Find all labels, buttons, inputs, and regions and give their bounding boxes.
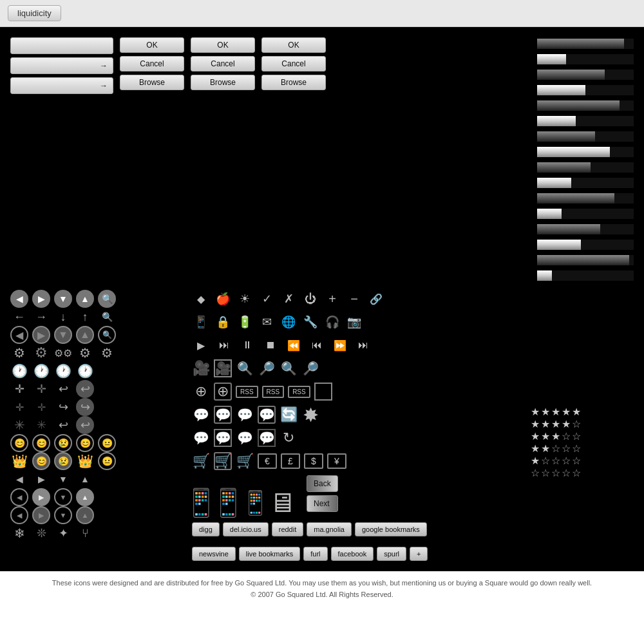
wide-btn-1[interactable] bbox=[10, 37, 113, 54]
ca-right[interactable]: ▶ bbox=[32, 506, 50, 524]
gear-icon-4: ⚙ bbox=[76, 344, 94, 362]
newsvine-button[interactable]: newsvine bbox=[192, 547, 236, 561]
person-icon: ✦ bbox=[54, 524, 72, 542]
circle-arrow-row: ◀ ▶ ▼ ▲ bbox=[10, 506, 184, 524]
play-icon[interactable]: ▶ bbox=[192, 336, 210, 354]
chat-8: 💬 bbox=[258, 429, 276, 447]
chat-2: 💬 bbox=[214, 406, 232, 424]
minus-icon: − bbox=[345, 290, 363, 308]
circle-search-icon[interactable]: 🔍 bbox=[98, 326, 116, 344]
circle-down-icon[interactable]: ▼ bbox=[54, 326, 72, 344]
digg-button[interactable]: digg bbox=[192, 522, 220, 536]
ca-left[interactable]: ◀ bbox=[10, 506, 28, 524]
nav-down-icon[interactable]: ▼ bbox=[54, 290, 72, 308]
star-9: ★ bbox=[562, 418, 571, 430]
rss-badge-2: RSS bbox=[262, 386, 285, 398]
cancel-btn-3[interactable]: Cancel bbox=[261, 56, 326, 71]
mail-icon: ✉ bbox=[258, 313, 276, 331]
skip-prev-icon[interactable]: ⏭ bbox=[354, 336, 372, 354]
footer: These icons were designed and are distri… bbox=[0, 571, 644, 607]
google-bookmarks-button[interactable]: google bookmarks bbox=[355, 522, 427, 536]
sm-down[interactable]: ▼ bbox=[54, 488, 72, 506]
nav-right-icon[interactable]: ▶ bbox=[32, 290, 50, 308]
sm-right-filled[interactable]: ▶ bbox=[32, 488, 50, 506]
loading-icon: ↻ bbox=[279, 429, 298, 447]
undo-icon-1: ↩ bbox=[54, 380, 72, 398]
rss-badge-3: RSS bbox=[288, 386, 310, 398]
snowflake-2-icon: ❊ bbox=[32, 524, 50, 542]
stop-icon[interactable]: ⏹ bbox=[261, 336, 279, 354]
back-button[interactable]: Back bbox=[307, 475, 338, 492]
wide-btn-3[interactable]: → bbox=[10, 77, 113, 94]
prog-bar-9 bbox=[537, 162, 634, 173]
ipod-icon-2: 📱 bbox=[219, 494, 237, 512]
cart-icon-3[interactable]: 🛒 bbox=[236, 452, 254, 470]
browse-btn-3[interactable]: Browse bbox=[261, 75, 326, 90]
crown-smiley: 😊 bbox=[32, 452, 50, 470]
app-title-button[interactable]: liquidicity bbox=[8, 5, 61, 21]
star-empty-12: ☆ bbox=[541, 467, 550, 479]
pause-icon[interactable]: ⏸ bbox=[238, 336, 256, 354]
ok-btn-2[interactable]: OK bbox=[191, 37, 255, 53]
circle-right-icon[interactable]: ▶ bbox=[32, 326, 50, 344]
ok-btn-1[interactable]: OK bbox=[120, 37, 184, 53]
zoom-in-2-icon[interactable]: 🔍 bbox=[279, 359, 298, 377]
clock-icon-3: 🕐 bbox=[54, 362, 72, 380]
magnolia-button[interactable]: ma.gnolia bbox=[307, 522, 352, 536]
ff-icon[interactable]: ⏩ bbox=[331, 336, 349, 354]
cart-icon-2[interactable]: 🛒 bbox=[214, 452, 232, 470]
zoom-out-2-icon[interactable]: 🔎 bbox=[301, 359, 319, 377]
zoom-in-icon[interactable]: 🔍 bbox=[236, 359, 254, 377]
browse-btn-2[interactable]: Browse bbox=[191, 75, 255, 90]
cancel-btn-1[interactable]: Cancel bbox=[120, 56, 184, 71]
nav-left-icon[interactable]: ◀ bbox=[10, 290, 28, 308]
star-13: ★ bbox=[531, 442, 540, 455]
star-14: ★ bbox=[541, 442, 550, 455]
arrow-left-icon: ← bbox=[10, 308, 28, 326]
lock-icon: 🔒 bbox=[214, 313, 232, 331]
right-panel: ◆ 🍎 ☀ ✓ ✗ ⏻ + − 🔗 📱 🔒 🔋 ✉ 🌐 🔧 🎧 📷 bbox=[192, 290, 523, 561]
next-button[interactable]: Next bbox=[307, 495, 338, 512]
star-empty-6: ☆ bbox=[572, 442, 581, 455]
circle-up-icon[interactable]: ▲ bbox=[76, 326, 94, 344]
dollar-icon: $ bbox=[304, 453, 323, 469]
nav-up-icon[interactable]: ▲ bbox=[76, 290, 94, 308]
star-1: ★ bbox=[531, 406, 540, 418]
crown-neutral: 😐 bbox=[98, 452, 116, 470]
furl-button[interactable]: furl bbox=[303, 547, 327, 561]
arrow-right-icon: → bbox=[32, 308, 50, 326]
asterisk-1: ✳ bbox=[10, 416, 28, 434]
reddit-button[interactable]: reddit bbox=[272, 522, 304, 536]
chat-row-2: 💬 💬 💬 💬 ↻ bbox=[192, 429, 523, 447]
spurl-button[interactable]: spurl bbox=[377, 547, 406, 561]
sm-up-filled[interactable]: ▲ bbox=[76, 488, 94, 506]
add-button[interactable]: + bbox=[410, 547, 428, 561]
gear-icon-2: ⚙ bbox=[32, 344, 50, 362]
cancel-btn-2[interactable]: Cancel bbox=[191, 56, 255, 71]
star-empty-1: ☆ bbox=[572, 418, 581, 430]
delicious-button[interactable]: del.icio.us bbox=[223, 522, 269, 536]
refresh-icon[interactable]: 🔄 bbox=[279, 406, 298, 424]
iphone-icon: 📱 bbox=[246, 494, 264, 512]
yen-icon: ¥ bbox=[327, 453, 346, 469]
sm-left[interactable]: ◀ bbox=[10, 488, 28, 506]
browse-btn-1[interactable]: Browse bbox=[120, 75, 184, 90]
wide-btn-2[interactable]: → bbox=[10, 57, 113, 74]
ca-up[interactable]: ▲ bbox=[76, 506, 94, 524]
circle-left-icon[interactable]: ◀ bbox=[10, 326, 28, 344]
rewind-icon[interactable]: ⏪ bbox=[285, 336, 303, 354]
prev-icon[interactable]: ⏮ bbox=[308, 336, 326, 354]
clock-icon-1: 🕐 bbox=[10, 362, 28, 380]
facebook-button[interactable]: facebook bbox=[331, 547, 374, 561]
star-12: ★ bbox=[551, 430, 560, 442]
device-icons-row: 📱 🔒 🔋 ✉ 🌐 🔧 🎧 📷 bbox=[192, 313, 523, 331]
skip-next-icon[interactable]: ⏭ bbox=[215, 336, 233, 354]
cart-icon-1[interactable]: 🛒 bbox=[192, 452, 210, 470]
chat-7: 💬 bbox=[236, 429, 254, 447]
ok-btn-3[interactable]: OK bbox=[261, 37, 326, 53]
search-zoom-icon[interactable]: 🔍 bbox=[98, 290, 116, 308]
zoom-out-icon[interactable]: 🔎 bbox=[258, 359, 276, 377]
live-bookmarks-button[interactable]: live bookmarks bbox=[239, 547, 300, 561]
cross-dotted-2: ✛ bbox=[32, 380, 50, 398]
ca-down[interactable]: ▼ bbox=[54, 506, 72, 524]
